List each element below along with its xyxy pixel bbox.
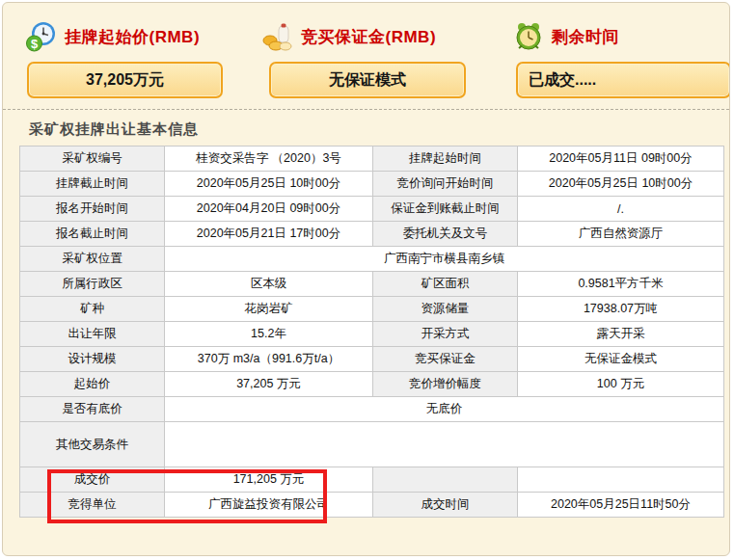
- table-value-cell: 广西南宁市横县南乡镇: [165, 247, 724, 272]
- table-row: 起始价 37,205 万元 竞价增价幅度 100 万元: [20, 372, 724, 397]
- summary-start-price-header: $ 挂牌起始价(RMB): [25, 20, 200, 53]
- table-value-cell: 区本级: [165, 272, 373, 297]
- table-value-cell: 15.2年: [165, 322, 373, 347]
- table-label-cell: 所属行政区: [20, 272, 165, 297]
- table-label-cell: 矿种: [20, 297, 165, 322]
- table-label-cell: 矿区面积: [373, 272, 518, 297]
- table-label-cell: 成交时间: [373, 493, 518, 518]
- table-value-cell: 2020年04月20日 09时00分: [165, 197, 373, 222]
- table-label-cell: 挂牌起始时间: [373, 147, 518, 172]
- table-value-cell: 2020年05月25日 10时00分: [518, 172, 724, 197]
- mining-rights-info-table: 采矿权编号 桂资交采告字 （2020）3号 挂牌起始时间 2020年05月11日…: [19, 146, 724, 518]
- auction-info-page: $ 挂牌起始价(RMB) 37,205万元 竞买保证金(: [2, 2, 730, 556]
- svg-text:$: $: [31, 37, 39, 51]
- table-label-cell: 委托机关及文号: [373, 222, 518, 247]
- table-label-cell: 采矿权位置: [20, 247, 165, 272]
- start-price-value-box: 37,205万元: [27, 62, 223, 98]
- table-value-cell: 17938.07万吨: [518, 297, 724, 322]
- table-value-cell: /.: [518, 197, 724, 222]
- table-value-cell: 广西自然资源厅: [518, 222, 724, 247]
- table-label-cell: 出让年限: [20, 322, 165, 347]
- table-row: 挂牌截止时间 2020年05月25日 10时00分 竞价询问开始时间 2020年…: [20, 172, 724, 197]
- table-row: 所属行政区 区本级 矿区面积 0.9581平方千米: [20, 272, 724, 297]
- table-label-cell: 报名开始时间: [20, 197, 165, 222]
- table-row: 矿种 花岗岩矿 资源储量 17938.07万吨: [20, 297, 724, 322]
- table-label-cell: 采矿权编号: [20, 147, 165, 172]
- table-value-cell: 桂资交采告字 （2020）3号: [165, 147, 373, 172]
- table-row: 设计规模 370万 m3/a（991.6万t/a） 竞买保证金 无保证金模式: [20, 347, 724, 372]
- table-value-cell: 0.9581平方千米: [518, 272, 724, 297]
- table-label-cell: 竞价询问开始时间: [373, 172, 518, 197]
- table-value-cell: 广西旋益投资有限公司: [165, 493, 373, 518]
- table-value-cell: 露天开采: [518, 322, 724, 347]
- table-row: 竞得单位 广西旋益投资有限公司 成交时间 2020年05月25日11时50分: [20, 493, 724, 518]
- price-clock-icon: $: [25, 20, 58, 53]
- table-label-cell: 报名截止时间: [20, 222, 165, 247]
- table-label-cell: 资源储量: [373, 297, 518, 322]
- table-value-cell: 2020年05月21日 17时00分: [165, 222, 373, 247]
- table-value-cell: 171,205 万元: [165, 467, 373, 493]
- deposit-value-box: 无保证模式: [269, 62, 466, 98]
- table-value-cell: 2020年05月11日 09时00分: [518, 147, 724, 172]
- start-price-label: 挂牌起始价(RMB): [65, 26, 200, 48]
- table-label-cell: 竞价增价幅度: [373, 372, 518, 397]
- deposit-label: 竞买保证金(RMB): [301, 26, 436, 48]
- table-value-cell: 370万 m3/a（991.6万t/a）: [165, 347, 373, 372]
- table-value-cell: [518, 467, 724, 493]
- table-row: 采矿权位置 广西南宁市横县南乡镇: [20, 247, 724, 272]
- table-row: 出让年限 15.2年 开采方式 露天开采: [20, 322, 724, 347]
- summary-deposit-header: 竞买保证金(RMB): [261, 20, 436, 53]
- table-label-cell: 竞得单位: [20, 493, 165, 518]
- table-value-text: 无底价: [340, 401, 549, 417]
- table-row: 报名截止时间 2020年05月21日 17时00分 委托机关及文号 广西自然资源…: [20, 222, 724, 247]
- table-label-cell: 起始价: [20, 372, 165, 397]
- table-label-cell: 是否有底价: [20, 397, 165, 422]
- table-value-cell: 2020年05月25日11时50分: [518, 493, 724, 518]
- table-row: 采矿权编号 桂资交采告字 （2020）3号 挂牌起始时间 2020年05月11日…: [20, 147, 724, 172]
- table-row: 是否有底价 无底价: [20, 397, 724, 422]
- table-row: 成交价 171,205 万元: [20, 467, 724, 493]
- table-label-cell: 保证金到账截止时间: [373, 197, 518, 222]
- table-row: 其他交易条件: [20, 422, 724, 467]
- table-value-cell: 100 万元: [518, 372, 724, 397]
- table-label-cell: 成交价: [20, 467, 165, 493]
- table-label-cell: 竞买保证金: [373, 347, 518, 372]
- deposit-coins-icon: [261, 20, 294, 53]
- table-label-cell: 挂牌截止时间: [20, 172, 165, 197]
- table-row: 报名开始时间 2020年04月20日 09时00分 保证金到账截止时间 /.: [20, 197, 724, 222]
- table-value-cell: [165, 422, 724, 467]
- table-value-cell: 2020年05月25日 10时00分: [165, 172, 373, 197]
- page-title: 采矿权挂牌出让基本信息: [29, 120, 729, 139]
- summary-strip: $ 挂牌起始价(RMB) 37,205万元 竞买保证金(: [3, 3, 729, 110]
- table-label-cell: 设计规模: [20, 347, 165, 372]
- summary-remaining-time-header: 剩余时间: [512, 20, 619, 53]
- remaining-time-label: 剩余时间: [552, 26, 619, 48]
- alarm-clock-icon: [512, 20, 545, 53]
- table-label-cell: 其他交易条件: [20, 422, 165, 467]
- table-label-cell: [373, 467, 518, 493]
- table-value-cell: 37,205 万元: [165, 372, 373, 397]
- table-value-cell: 无底价: [165, 397, 724, 422]
- remaining-time-value-box: 已成交.....: [516, 62, 730, 98]
- table-value-cell: 花岗岩矿: [165, 297, 373, 322]
- table-value-cell: 无保证金模式: [518, 347, 724, 372]
- table-label-cell: 开采方式: [373, 322, 518, 347]
